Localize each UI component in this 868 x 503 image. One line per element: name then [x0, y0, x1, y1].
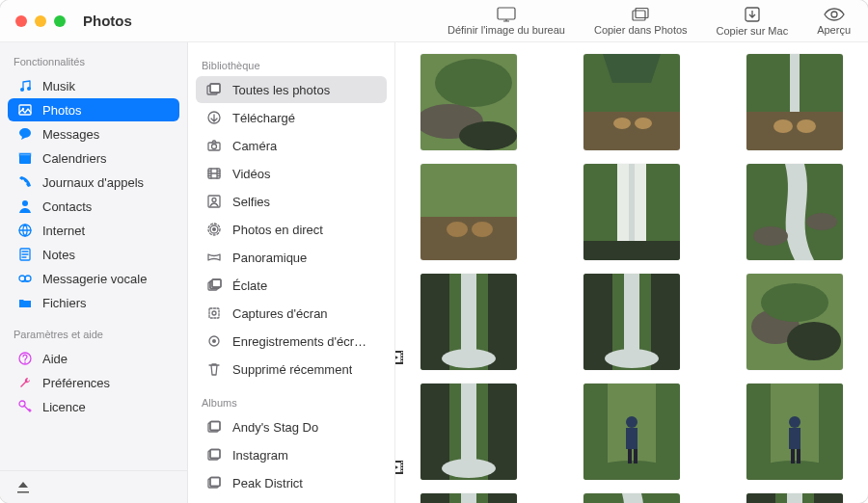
svg-point-104 [761, 283, 828, 322]
alb-insta[interactable]: Instagram [196, 441, 387, 468]
svg-point-36 [212, 311, 216, 315]
video-badge-icon [395, 351, 403, 364]
primary-sidebar: Fonctionnalités MusikPhotosMessagesCalen… [0, 42, 188, 503]
tool-set-wallpaper[interactable]: Définir l'image du bureau [448, 7, 565, 36]
alb-andy[interactable]: Andy's Stag Do [196, 413, 387, 440]
svg-rect-59 [583, 112, 680, 150]
albums-section-label: Albums [188, 384, 394, 412]
alb-peak[interactable]: Peak District [196, 469, 387, 496]
nav-label: Messagerie vocale [42, 272, 147, 286]
photo-10[interactable] [420, 384, 517, 480]
lib-pano[interactable]: Panoramique [196, 244, 387, 271]
photo-2[interactable] [583, 54, 680, 150]
section-label-features: Fonctionnalités [0, 42, 187, 73]
svg-rect-40 [210, 422, 220, 431]
lib-deleted[interactable]: Supprimé récemment [196, 356, 387, 383]
key-icon [17, 399, 33, 414]
chat-icon [17, 126, 33, 142]
nav-help[interactable]: Aide [8, 347, 179, 370]
photo-9[interactable] [746, 274, 843, 370]
photo-7[interactable] [420, 274, 517, 370]
lib-downloaded[interactable]: Téléchargé [196, 104, 387, 131]
photo-11[interactable] [583, 384, 680, 480]
nav-voicemail[interactable]: Messagerie vocale [8, 267, 179, 290]
nav-messages[interactable]: Messages [8, 122, 179, 146]
svg-rect-99 [624, 274, 639, 356]
svg-rect-19 [210, 84, 220, 93]
lib-selfies[interactable]: Selfies [196, 188, 387, 215]
camera-icon [205, 137, 223, 154]
nav-contacts[interactable]: Contacts [8, 195, 179, 218]
lib-videos[interactable]: Vidéos [196, 160, 387, 187]
sub-item-label: Captures d'écran [232, 306, 328, 321]
svg-rect-90 [401, 360, 403, 362]
nav-license[interactable]: Licence [8, 395, 179, 418]
photo-5[interactable] [583, 164, 680, 260]
lib-camera[interactable]: Caméra [196, 132, 387, 159]
photo-8[interactable] [583, 274, 680, 370]
svg-rect-64 [746, 112, 843, 150]
svg-point-126 [626, 416, 637, 428]
help-icon [17, 351, 33, 366]
photo-4[interactable] [420, 164, 517, 260]
person-square-icon [205, 193, 223, 210]
photo-12[interactable] [746, 384, 843, 480]
svg-point-121 [442, 459, 496, 478]
lib-live[interactable]: Photos en direct [196, 216, 387, 243]
nav-music[interactable]: Musik [8, 74, 179, 97]
photo-14[interactable] [583, 493, 680, 503]
nav-label: Photos [42, 103, 81, 118]
zoom-window-button[interactable] [54, 15, 66, 27]
arrow-down-circle-icon [205, 109, 223, 126]
library-section-label: Bibliothèque [188, 46, 394, 75]
sub-item-label: Peak District [232, 476, 303, 490]
svg-rect-120 [461, 384, 476, 465]
album-icon [205, 474, 223, 491]
minimize-window-button[interactable] [35, 15, 46, 27]
nav-prefs[interactable]: Préférences [8, 371, 179, 394]
nav-notes[interactable]: Notes [8, 243, 179, 266]
sub-item-label: Panoramique [232, 251, 307, 265]
eye-icon [824, 7, 845, 22]
photo-13[interactable] [420, 493, 517, 503]
svg-point-11 [22, 200, 28, 206]
globe-icon [17, 223, 33, 238]
svg-rect-141 [461, 493, 476, 503]
nav-photos[interactable]: Photos [8, 98, 179, 121]
photo-15[interactable] [746, 493, 843, 503]
eject-icon[interactable] [15, 480, 31, 495]
close-window-button[interactable] [15, 15, 27, 27]
photo-cell [570, 493, 694, 503]
tool-copy-mac[interactable]: Copier sur Mac [717, 6, 789, 37]
lib-screenshots[interactable]: Captures d'écran [196, 300, 387, 327]
lib-screenrec[interactable]: Enregistrements d'écr… [196, 328, 387, 355]
sub-item-label: Vidéos [232, 167, 271, 181]
photo-6[interactable] [746, 164, 843, 260]
sub-item-label: Caméra [232, 139, 277, 153]
photos-icon [205, 81, 223, 98]
nav-calllog[interactable]: Journaux d'appels [8, 171, 179, 194]
alb-test[interactable]: test [196, 497, 387, 503]
nav-internet[interactable]: Internet [8, 219, 179, 242]
svg-point-66 [797, 119, 816, 133]
photo-3[interactable] [746, 54, 843, 150]
svg-rect-128 [628, 449, 632, 463]
desktop-icon [497, 7, 516, 22]
svg-rect-43 [210, 450, 220, 459]
svg-rect-113 [401, 462, 403, 463]
nav-calendar[interactable]: Calendriers [8, 146, 179, 170]
nav-files[interactable]: Fichiers [8, 291, 179, 314]
tool-preview[interactable]: Aperçu [817, 7, 851, 36]
lib-burst[interactable]: Éclate [196, 272, 387, 299]
svg-rect-125 [656, 384, 680, 480]
svg-rect-63 [790, 54, 800, 112]
photo-cell [407, 54, 531, 150]
tool-copy-photos[interactable]: Copier dans Photos [594, 7, 688, 36]
sidebar-footer [0, 470, 187, 503]
nav-label: Aide [42, 352, 68, 366]
photo-1[interactable] [420, 54, 517, 150]
lib-all[interactable]: Toutes les photos [196, 76, 387, 103]
photo-grid-area [395, 42, 868, 503]
svg-point-56 [459, 121, 517, 150]
svg-point-134 [789, 416, 800, 428]
